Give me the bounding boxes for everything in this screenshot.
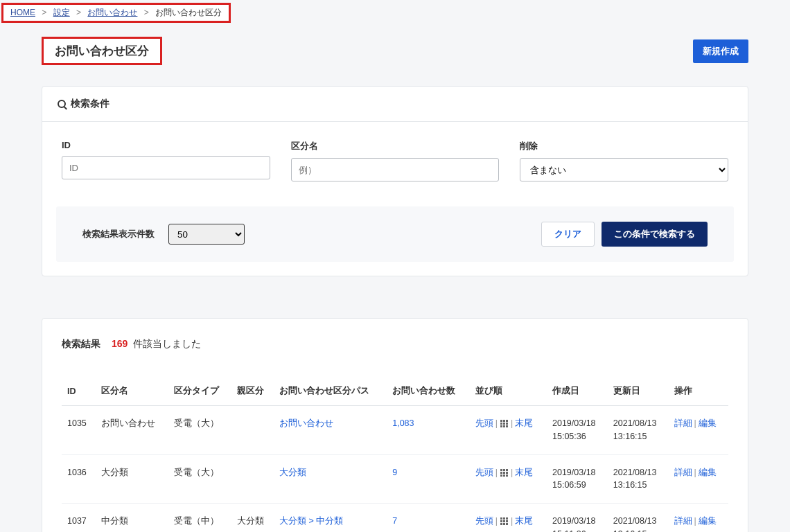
results-panel: 検索結果 169 件該当しました ID 区分名 区分タイプ 親区分 お問い合わせ… xyxy=(42,318,748,532)
new-button[interactable]: 新規作成 xyxy=(693,39,748,63)
cell-type: 受電（中） xyxy=(168,504,231,533)
cell-path: お問い合わせ xyxy=(274,406,387,455)
per-page-label: 検索結果表示件数 xyxy=(82,228,155,240)
search-icon xyxy=(58,100,67,109)
search-panel: 検索条件 ID 区分名 削除 含まない xyxy=(42,86,748,276)
cell-updated: 2021/08/1313:16:15 xyxy=(608,454,669,504)
detail-link[interactable]: 詳細 xyxy=(674,516,692,526)
cell-inquiries: 9 xyxy=(387,454,470,504)
cell-order: 先頭||末尾 xyxy=(470,454,547,504)
name-input[interactable] xyxy=(291,158,500,181)
clear-button[interactable]: クリア xyxy=(541,222,595,247)
path-link[interactable]: 大分類 xyxy=(279,468,306,477)
breadcrumb: HOME > 設定 > お問い合わせ > お問い合わせ区分 xyxy=(1,3,231,23)
col-order: 並び順 xyxy=(470,377,547,406)
cell-order: 先頭||末尾 xyxy=(470,504,547,533)
cell-inquiries: 1,083 xyxy=(387,406,470,455)
edit-link[interactable]: 編集 xyxy=(699,418,717,428)
breadcrumb-inquiry[interactable]: お問い合わせ xyxy=(87,8,137,17)
table-row: 1035お問い合わせ受電（大）お問い合わせ1,083先頭||末尾2019/03/… xyxy=(62,406,728,455)
cell-parent xyxy=(231,454,274,504)
order-head-link[interactable]: 先頭 xyxy=(475,468,493,477)
col-updated: 更新日 xyxy=(608,377,669,406)
cell-type: 受電（大） xyxy=(168,454,231,504)
table-row: 1036大分類受電（大）大分類9先頭||末尾2019/03/1815:06:59… xyxy=(62,454,728,504)
delete-label: 削除 xyxy=(520,140,728,152)
breadcrumb-current: お問い合わせ区分 xyxy=(155,8,222,17)
breadcrumb-home[interactable]: HOME xyxy=(10,8,35,17)
results-label: 検索結果 xyxy=(62,338,100,349)
drag-icon[interactable] xyxy=(500,517,508,525)
cell-order: 先頭||末尾 xyxy=(470,406,547,455)
cell-inquiries: 7 xyxy=(387,504,470,533)
cell-actions: 詳細|編集 xyxy=(669,504,728,533)
table-row: 1037中分類受電（中）大分類大分類 > 中分類7先頭||末尾2019/03/1… xyxy=(62,504,728,533)
cell-name: 大分類 xyxy=(96,454,168,504)
col-name: 区分名 xyxy=(96,377,168,406)
page-title: お問い合わせ区分 xyxy=(55,43,149,59)
cell-path: 大分類 xyxy=(274,454,387,504)
edit-link[interactable]: 編集 xyxy=(699,468,717,477)
order-tail-link[interactable]: 末尾 xyxy=(515,516,533,526)
drag-icon[interactable] xyxy=(500,420,508,427)
cell-path: 大分類 > 中分類 xyxy=(274,504,387,533)
col-actions: 操作 xyxy=(669,377,728,406)
breadcrumb-settings[interactable]: 設定 xyxy=(53,8,70,17)
edit-link[interactable]: 編集 xyxy=(699,516,717,526)
col-created: 作成日 xyxy=(547,377,608,406)
cell-actions: 詳細|編集 xyxy=(669,406,728,455)
cell-updated: 2021/08/1313:16:15 xyxy=(608,406,669,455)
detail-link[interactable]: 詳細 xyxy=(674,418,692,428)
order-tail-link[interactable]: 末尾 xyxy=(515,468,533,477)
col-path: お問い合わせ区分パス xyxy=(274,377,387,406)
order-head-link[interactable]: 先頭 xyxy=(475,418,493,428)
col-inquiries: お問い合わせ数 xyxy=(387,377,470,406)
results-table: ID 区分名 区分タイプ 親区分 お問い合わせ区分パス お問い合わせ数 並び順 … xyxy=(62,377,728,532)
detail-link[interactable]: 詳細 xyxy=(674,468,692,477)
cell-name: お問い合わせ xyxy=(96,406,168,455)
cell-actions: 詳細|編集 xyxy=(669,454,728,504)
order-head-link[interactable]: 先頭 xyxy=(475,516,493,526)
breadcrumb-sep: > xyxy=(42,8,46,17)
name-label: 区分名 xyxy=(291,140,500,152)
order-tail-link[interactable]: 末尾 xyxy=(515,418,533,428)
cell-id: 1036 xyxy=(62,454,96,504)
drag-icon[interactable] xyxy=(500,469,508,477)
breadcrumb-sep: > xyxy=(144,8,149,17)
col-parent: 親区分 xyxy=(231,377,274,406)
cell-created: 2019/03/1815:06:59 xyxy=(547,454,608,504)
col-id: ID xyxy=(62,377,96,406)
inquiries-link[interactable]: 7 xyxy=(392,516,397,526)
id-label: ID xyxy=(62,140,270,150)
results-count: 169 xyxy=(112,338,128,349)
delete-select[interactable]: 含まない xyxy=(520,158,728,181)
per-page-select[interactable]: 50 xyxy=(168,224,245,245)
id-input[interactable] xyxy=(62,156,270,179)
cell-id: 1037 xyxy=(62,504,96,533)
cell-created: 2019/03/1815:05:36 xyxy=(547,406,608,455)
inquiries-link[interactable]: 9 xyxy=(392,468,397,477)
breadcrumb-sep: > xyxy=(76,8,81,17)
cell-created: 2019/03/1815:11:26 xyxy=(547,504,608,533)
cell-name: 中分類 xyxy=(96,504,168,533)
cell-type: 受電（大） xyxy=(168,406,231,455)
results-suffix: 件該当しました xyxy=(133,338,201,349)
path-link[interactable]: 大分類 > 中分類 xyxy=(279,516,343,526)
search-button[interactable]: この条件で検索する xyxy=(602,222,708,247)
cell-updated: 2021/08/1313:16:15 xyxy=(608,504,669,533)
path-link[interactable]: お問い合わせ xyxy=(279,418,333,428)
inquiries-link[interactable]: 1,083 xyxy=(392,418,414,428)
page-title-box: お問い合わせ区分 xyxy=(42,37,162,65)
search-header-label: 検索条件 xyxy=(71,98,109,110)
cell-id: 1035 xyxy=(62,406,96,455)
cell-parent xyxy=(231,406,274,455)
cell-parent: 大分類 xyxy=(231,504,274,533)
col-type: 区分タイプ xyxy=(168,377,231,406)
